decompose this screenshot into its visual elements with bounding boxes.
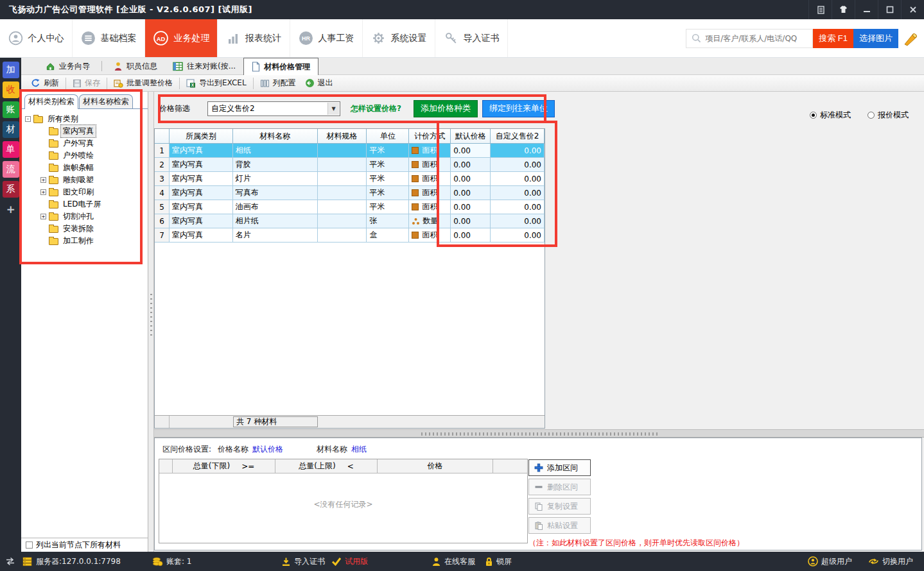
status-right-2[interactable]: 切换用户 [868, 552, 913, 571]
grid-header-cell[interactable]: 自定义售价2 [491, 129, 545, 144]
status-left-4[interactable]: 导入证书 [281, 552, 325, 571]
grid-cell-pricing[interactable]: 数量 [409, 214, 451, 228]
grid-cell-unit[interactable]: 平米 [367, 172, 409, 186]
grid-cell-category[interactable]: 室内写真 [170, 144, 233, 158]
tab-4[interactable]: 材料价格管理 [243, 58, 318, 75]
search-input[interactable] [705, 34, 808, 43]
grid-cell-category[interactable]: 室内写真 [170, 158, 233, 172]
vertical-splitter[interactable] [148, 92, 154, 552]
expand-icon[interactable]: + [40, 177, 46, 183]
price-name-value[interactable]: 默认价格 [252, 444, 283, 455]
tab-2[interactable]: 职员信息 [106, 58, 165, 74]
grid-cell-unit[interactable]: 平米 [367, 200, 409, 214]
rail-item-3[interactable]: 账 [3, 101, 19, 118]
grid-cell-name[interactable]: 名片 [233, 228, 318, 243]
grid-cell-custom_price[interactable]: 0.00 [491, 172, 545, 186]
grid-cell-num[interactable]: 4 [155, 186, 170, 200]
tree-row[interactable]: 旗帜条幅 [22, 162, 146, 174]
grid-cell-default_price[interactable]: 0.00 [451, 158, 491, 172]
range-header-cell[interactable]: 总量(上限)< [275, 459, 378, 473]
left-panel-tab-2[interactable]: 材料名称检索 [79, 94, 133, 109]
grid-cell-pricing[interactable]: 面积 [409, 228, 451, 243]
grid-row-5[interactable]: 5室内写真油画布平米面积0.000.00 [155, 200, 545, 214]
grid-cell-spec[interactable] [318, 144, 367, 158]
tree-node-label[interactable]: 所有类别 [46, 113, 80, 125]
grid-cell-spec[interactable] [318, 186, 367, 200]
grid-cell-name[interactable]: 背胶 [233, 158, 318, 172]
grid-cell-unit[interactable]: 张 [367, 214, 409, 228]
grid-header-cell[interactable]: 计价方式 [409, 129, 451, 144]
expand-icon[interactable]: + [40, 214, 46, 219]
tab-3[interactable]: 往来对账(按... [165, 58, 243, 74]
radio-icon[interactable] [867, 112, 875, 119]
nav-item-5[interactable]: HR人事工资 [290, 19, 363, 57]
grid-cell-custom_price[interactable]: 0.00 [491, 214, 545, 228]
window-notes-button[interactable] [808, 0, 832, 19]
grid-cell-default_price[interactable]: 0.00 [451, 214, 491, 228]
grid-row-3[interactable]: 3室内写真灯片平米面积0.000.00 [155, 172, 545, 186]
grid-row-6[interactable]: 6室内写真相片纸张数量0.000.00 [155, 214, 545, 228]
tree-row[interactable]: 加工制作 [22, 235, 146, 247]
tree-row[interactable]: +切割冲孔 [22, 210, 146, 223]
grid-cell-category[interactable]: 室内写真 [170, 186, 233, 200]
list-all-materials-checkbox[interactable] [26, 541, 33, 549]
toolbar-1[interactable]: 刷新 [26, 76, 64, 91]
radio-icon[interactable] [810, 112, 817, 119]
grid-cell-spec[interactable] [318, 228, 367, 243]
grid-header-cell[interactable] [155, 129, 170, 144]
how-to-set-price-link[interactable]: 怎样设置价格? [351, 103, 401, 114]
status-left-7[interactable]: 锁屏 [485, 552, 512, 571]
grid-cell-pricing[interactable]: 面积 [409, 186, 451, 200]
collapse-icon[interactable]: - [25, 116, 31, 122]
tree-node-label[interactable]: 室内写真 [61, 125, 96, 137]
grid-cell-category[interactable]: 室内写真 [170, 228, 233, 243]
grid-row-2[interactable]: 2室内写真背胶平米面积0.000.00 [155, 158, 545, 172]
grid-cell-custom_price[interactable]: 0.00 [491, 200, 545, 214]
tree-node-label[interactable]: 旗帜条幅 [61, 162, 96, 174]
search-button[interactable]: 搜索 F1 [813, 29, 853, 48]
tree-row[interactable]: -所有类别 [22, 113, 146, 125]
grid-cell-name[interactable]: 相片纸 [233, 214, 318, 228]
grid-cell-custom_price[interactable]: 0.00 [491, 186, 545, 200]
grid-cell-num[interactable]: 5 [155, 200, 170, 214]
grid-header-cell[interactable]: 默认价格 [451, 129, 491, 144]
nav-item-3[interactable]: AD业务处理 [145, 19, 218, 57]
grid-header-cell[interactable]: 所属类别 [170, 129, 233, 144]
tree-node-label[interactable]: 加工制作 [61, 235, 96, 247]
window-skin-button[interactable] [832, 0, 855, 19]
horizontal-splitter[interactable] [154, 429, 924, 438]
tree-node-label[interactable]: LED电子屏 [61, 198, 103, 210]
window-maximize-button[interactable] [878, 0, 901, 19]
grid-cell-num[interactable]: 3 [155, 172, 170, 186]
tab-1[interactable]: 业务向导 [38, 58, 98, 74]
grid-header-cell[interactable]: 材料名称 [233, 129, 318, 144]
tree-row[interactable]: +雕刻吸塑 [22, 174, 146, 186]
grid-row-4[interactable]: 4室内写真写真布平米面积0.000.00 [155, 186, 545, 200]
grid-cell-spec[interactable] [318, 200, 367, 214]
grid-cell-custom_price[interactable]: 0.00 [491, 144, 545, 158]
grid-row-1[interactable]: 1室内写真相纸平米面积0.000.00 [155, 144, 545, 158]
grid-row-7[interactable]: 7室内写真名片盒面积0.000.00 [155, 228, 545, 243]
rail-item-1[interactable]: 加 [3, 62, 19, 78]
tree-row[interactable]: 室内写真 [22, 125, 146, 137]
window-close-button[interactable] [901, 0, 924, 19]
window-minimize-button[interactable] [855, 0, 878, 19]
grid-cell-category[interactable]: 室内写真 [170, 200, 233, 214]
bind-to-unit-button[interactable]: 绑定到往来单位 [482, 100, 555, 117]
rail-item-8[interactable]: ＋ [3, 201, 19, 217]
grid-cell-pricing[interactable]: 面积 [409, 158, 451, 172]
grid-cell-name[interactable]: 相纸 [233, 144, 318, 158]
toolbar-4[interactable]: X导出到EXCEL [182, 76, 251, 91]
grid-cell-category[interactable]: 室内写真 [170, 214, 233, 228]
tree-node-label[interactable]: 雕刻吸塑 [61, 174, 96, 186]
status-left-6[interactable]: 在线客服 [431, 552, 475, 571]
toolbar-6[interactable]: 退出 [301, 76, 338, 91]
grid-cell-unit[interactable]: 盒 [367, 228, 409, 243]
horn-icon[interactable] [902, 30, 919, 47]
tree-row[interactable]: 户外喷绘 [22, 149, 146, 162]
price-filter-select[interactable]: 自定义售价2 ▼ [207, 101, 340, 116]
tree-row[interactable]: 安装拆除 [22, 223, 146, 235]
select-image-button[interactable]: 选择图片 [853, 29, 898, 48]
material-name-value[interactable]: 相纸 [351, 444, 367, 455]
tree-row[interactable]: 户外写真 [22, 137, 146, 149]
